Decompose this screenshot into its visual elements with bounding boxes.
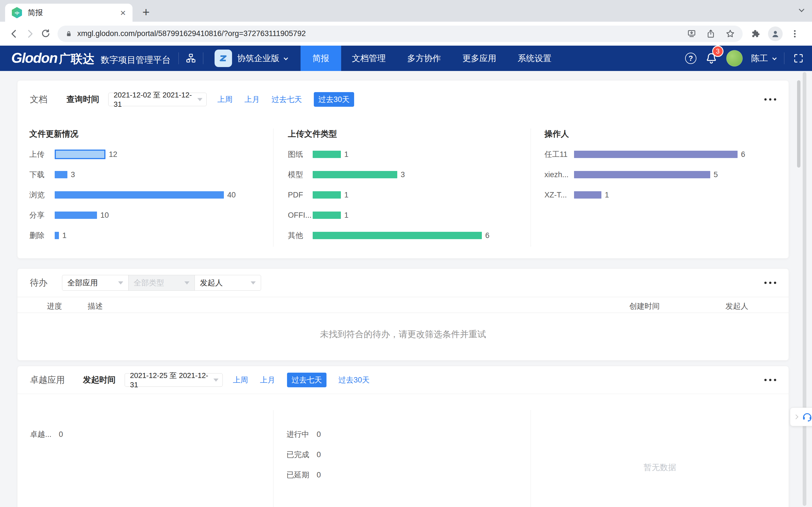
glodon-logo: Glodon广联达 数字项目管理平台 bbox=[11, 50, 170, 67]
xiezhu-app-icon[interactable] bbox=[214, 50, 232, 67]
menu-item-briefing[interactable]: 简报 bbox=[301, 46, 341, 71]
filter-all-apps-select[interactable]: 全部应用 bbox=[62, 275, 129, 291]
todo-card: 待办 全部应用 全部类型 发起人 进度 描述 创建时间 发起人 未找到符合的待办… bbox=[17, 269, 789, 360]
notifications-button[interactable]: 3 bbox=[705, 52, 718, 65]
new-tab-button[interactable]: + bbox=[142, 5, 150, 19]
doc-card-more-button[interactable] bbox=[764, 98, 776, 101]
app-navbar: Glodon广联达 数字项目管理平台 协筑企业版 简报 文档管理 多方协作 更多… bbox=[0, 46, 812, 71]
chart-title: 上传文件类型 bbox=[288, 128, 490, 140]
bar-row: 模型3 bbox=[288, 165, 490, 185]
bar-label: 其他 bbox=[288, 230, 313, 240]
back-button[interactable] bbox=[6, 26, 22, 42]
stat-delayed: 已延期0 bbox=[287, 470, 321, 480]
bar bbox=[313, 191, 341, 199]
bar-row: OFFI...1 bbox=[288, 205, 490, 225]
bar-row: 分享10 bbox=[29, 205, 236, 225]
bar bbox=[313, 171, 397, 178]
menu-item-collaboration[interactable]: 多方协作 bbox=[396, 46, 452, 71]
user-menu[interactable]: 陈工 bbox=[751, 53, 776, 64]
forward-button[interactable] bbox=[22, 26, 38, 42]
filter-past-7-days[interactable]: 过去七天 bbox=[271, 94, 302, 105]
bar-label: PDF bbox=[288, 191, 313, 200]
bar bbox=[313, 151, 341, 158]
tab-search-chevron-icon[interactable] bbox=[799, 6, 804, 12]
browser-menu-icon[interactable] bbox=[790, 29, 800, 39]
xiezhu-logo-glyph bbox=[218, 53, 229, 64]
menu-item-settings[interactable]: 系统设置 bbox=[507, 46, 562, 71]
page-content: 文档 查询时间 2021-12-02 至 2021-12-31 上周 上月 过去… bbox=[0, 71, 812, 507]
inner-scrollbar-thumb[interactable] bbox=[797, 80, 801, 168]
documents-card-title: 文档 bbox=[30, 94, 47, 105]
person-icon bbox=[770, 29, 780, 39]
filter-last-month[interactable]: 上月 bbox=[260, 375, 275, 385]
bookmark-star-icon[interactable] bbox=[725, 29, 735, 39]
filter-all-types-select: 全部类型 bbox=[128, 275, 195, 291]
menu-item-more-apps[interactable]: 更多应用 bbox=[452, 46, 507, 71]
bar-value: 5 bbox=[714, 170, 718, 179]
org-switch-button[interactable] bbox=[186, 53, 196, 64]
user-avatar[interactable] bbox=[726, 50, 743, 66]
filter-last-week[interactable]: 上周 bbox=[217, 94, 233, 105]
excel-date-range-select[interactable]: 2021-12-25 至 2021-12-31 bbox=[124, 373, 223, 387]
url-text[interactable]: xmgl.glodon.com/portal/587991629410816/?… bbox=[77, 29, 687, 38]
browser-tab[interactable]: <|> 简报 × bbox=[5, 4, 133, 22]
filter-past-30-days[interactable]: 过去30天 bbox=[338, 375, 370, 385]
filter-initiator-select[interactable]: 发起人 bbox=[195, 275, 261, 291]
bar-value: 10 bbox=[100, 211, 109, 220]
menu-item-documents[interactable]: 文档管理 bbox=[341, 46, 396, 71]
documents-card: 文档 查询时间 2021-12-02 至 2021-12-31 上周 上月 过去… bbox=[17, 80, 789, 259]
todo-card-more-button[interactable] bbox=[764, 282, 776, 284]
install-app-icon[interactable] bbox=[687, 29, 696, 39]
browser-profile-avatar[interactable] bbox=[768, 26, 783, 41]
bar-row: xiezh...5 bbox=[545, 165, 745, 185]
column-description: 描述 bbox=[88, 301, 103, 311]
workspace-chevron-icon[interactable] bbox=[284, 56, 288, 60]
bar-label: 删除 bbox=[29, 230, 55, 240]
collapse-chevron-icon[interactable] bbox=[794, 414, 799, 419]
bar-value: 3 bbox=[71, 170, 75, 179]
window-scrollbar[interactable] bbox=[803, 72, 806, 506]
bar-value: 1 bbox=[344, 211, 349, 220]
doc-date-range-select[interactable]: 2021-12-02 至 2021-12-31 bbox=[108, 93, 207, 106]
caret-down-icon bbox=[197, 98, 202, 101]
extensions-puzzle-icon[interactable] bbox=[751, 29, 761, 39]
bar-row: 图纸1 bbox=[288, 144, 490, 165]
reload-button[interactable] bbox=[38, 26, 54, 42]
bar-value: 3 bbox=[401, 170, 405, 179]
bar bbox=[313, 212, 341, 219]
bar-value: 6 bbox=[741, 150, 745, 159]
share-icon[interactable] bbox=[706, 29, 716, 39]
filter-past-30-days[interactable]: 过去30天 bbox=[314, 92, 354, 107]
todo-table-header: 进度 描述 创建时间 发起人 bbox=[17, 297, 789, 313]
file-update-chart: 文件更新情况 上传12下载3浏览40分享10删除1 bbox=[29, 128, 236, 245]
bar bbox=[574, 191, 601, 199]
caret-down-icon bbox=[185, 281, 190, 284]
filter-last-month[interactable]: 上月 bbox=[245, 94, 260, 105]
bar-label: xiezh... bbox=[545, 170, 574, 179]
bar bbox=[55, 212, 97, 219]
url-bar[interactable]: xmgl.glodon.com/portal/587991629410816/?… bbox=[57, 25, 743, 42]
tab-close-icon[interactable]: × bbox=[120, 8, 126, 17]
stat-completed: 已完成0 bbox=[287, 450, 321, 460]
bar-value: 1 bbox=[344, 150, 349, 159]
filter-last-week[interactable]: 上周 bbox=[233, 375, 248, 385]
excel-card-more-button[interactable] bbox=[764, 379, 776, 381]
bar bbox=[55, 232, 59, 239]
bar bbox=[574, 171, 710, 178]
filter-past-7-days[interactable]: 过去七天 bbox=[287, 373, 326, 387]
column-progress: 进度 bbox=[47, 301, 62, 311]
support-widget[interactable] bbox=[790, 407, 812, 426]
bar bbox=[313, 232, 482, 239]
bar-label: 分享 bbox=[29, 210, 55, 220]
bar-label: XZ-T... bbox=[545, 191, 574, 200]
fullscreen-icon[interactable] bbox=[793, 53, 804, 64]
caret-down-icon bbox=[213, 379, 218, 382]
headset-support-icon[interactable] bbox=[802, 411, 812, 422]
glodon-favicon-icon: <|> bbox=[12, 7, 22, 18]
help-icon[interactable]: ? bbox=[685, 53, 696, 64]
excel-quick-filters: 上周 上月 过去七天 过去30天 bbox=[233, 373, 370, 387]
bar-row: 其他6 bbox=[288, 225, 490, 245]
workspace-name[interactable]: 协筑企业版 bbox=[237, 53, 280, 64]
bar-label: OFFI... bbox=[288, 211, 313, 220]
doc-quick-filters: 上周 上月 过去七天 过去30天 bbox=[217, 92, 354, 107]
